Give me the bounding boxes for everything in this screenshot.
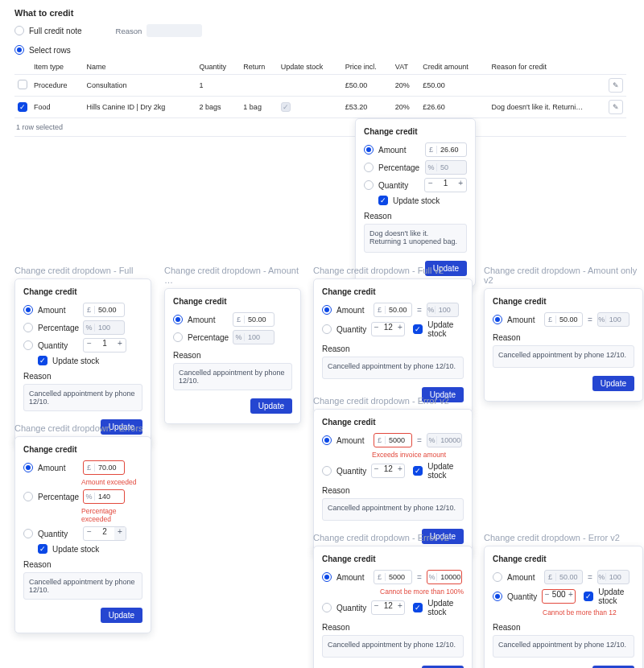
quantity-stepper[interactable]: −12+ [371,464,405,478]
update-stock-checkbox[interactable] [413,466,423,476]
minus-button[interactable]: − [84,527,95,540]
amount-input[interactable]: £50.00 [233,312,275,327]
amount-radio[interactable] [364,145,374,155]
quantity-value: 12 [381,323,395,336]
amount-radio[interactable] [173,315,183,324]
quantity-stepper[interactable]: −2+ [83,526,126,541]
amount-input[interactable]: £5000 [374,433,412,447]
update-stock-checkbox[interactable] [38,356,47,365]
reason-heading: Reason [322,344,464,353]
quantity-radio[interactable] [322,466,332,476]
percentage-input[interactable]: %100 [597,570,630,584]
percentage-radio[interactable] [173,332,183,342]
cell-updatestock [278,75,342,97]
popover-title: Change credit [364,127,467,136]
reason-heading: Reason [322,623,464,632]
full-credit-radio[interactable] [14,26,24,35]
percentage-input[interactable]: %100 [233,330,275,344]
percent-value: 100 [245,333,267,341]
reason-textarea[interactable]: Cancelled appointment by phone 12/10. [493,345,634,368]
percent-value: 100 [95,324,118,332]
percentage-input[interactable]: %140 [83,489,125,504]
amount-value: 50.00 [245,315,270,324]
amount-radio[interactable] [322,572,332,582]
amount-radio[interactable] [322,435,332,445]
amount-value: 50.00 [556,573,581,581]
update-stock-checkbox[interactable] [584,592,593,601]
row-checkbox[interactable] [18,102,27,112]
amount-input[interactable]: £50.00 [374,303,412,317]
plus-button[interactable]: + [114,339,126,352]
percentage-input[interactable]: %100 [83,320,125,335]
percentage-radio[interactable] [364,163,374,172]
select-rows-radio[interactable] [14,45,24,55]
amount-radio[interactable] [23,305,33,315]
amount-radio[interactable] [493,315,502,324]
reason-textarea[interactable]: Cancelled appointment by phone 12/10. [173,363,292,390]
quantity-stepper[interactable]: −12+ [371,600,405,615]
amount-input[interactable]: £50.00 [544,312,583,327]
minus-button[interactable]: − [84,339,95,352]
amount-input[interactable]: £5000 [374,570,412,584]
update-stock-checkbox[interactable] [413,324,423,334]
reason-textarea[interactable]: Cancelled appointment by phone 12/10. [322,635,464,658]
percentage-input[interactable]: % 50 [425,160,467,175]
plus-button[interactable]: + [455,179,466,192]
plus-button[interactable]: + [395,323,404,336]
minus-button[interactable]: − [372,464,381,477]
percentage-input[interactable]: %100 [597,312,630,327]
quantity-radio[interactable] [364,180,374,190]
update-button[interactable]: Update [101,608,142,623]
row-checkbox[interactable] [18,80,27,89]
panel-title: Change credit [322,555,464,563]
percentage-input[interactable]: %10000 [427,570,462,584]
quantity-stepper[interactable]: −500+ [542,589,576,604]
edit-row-button[interactable]: ✎ [609,100,623,114]
update-button[interactable]: Update [250,398,292,414]
quantity-radio[interactable] [322,324,332,334]
minus-button[interactable]: − [372,601,381,614]
minus-button[interactable]: − [372,323,381,336]
plus-button[interactable]: + [395,464,404,477]
reason-textarea[interactable]: Cancelled appointment by phone 12/10. [493,635,634,658]
edit-row-button[interactable]: ✎ [609,78,623,93]
amount-input[interactable]: £50.00 [544,570,583,584]
percentage-input[interactable]: %100 [427,303,459,317]
reason-textarea[interactable]: Cancelled appointment by phone 12/10. [23,384,142,411]
plus-button[interactable]: + [395,601,404,614]
reason-textarea[interactable]: Dog doesn't like it. Returning 1 unopene… [364,224,467,253]
update-stock-checkbox[interactable] [413,603,423,612]
full-credit-reason-input[interactable] [147,24,202,37]
currency-prefix: £ [374,306,386,314]
reason-textarea[interactable]: Cancelled appointment by phone 12/10. [322,498,464,521]
update-button[interactable]: Update [592,376,634,391]
quantity-radio[interactable] [23,340,33,350]
percentage-radio[interactable] [23,323,33,332]
percentage-input[interactable]: %10000 [427,433,462,447]
reason-textarea[interactable]: Cancelled appointment by phone 12/10. [322,357,464,379]
quantity-stepper[interactable]: − 1 + [424,178,467,192]
amount-input[interactable]: £50.00 [83,303,125,317]
quantity-stepper[interactable]: −12+ [371,322,405,336]
amount-radio[interactable] [493,572,502,582]
quantity-label: Quantity [38,530,78,538]
quantity-radio[interactable] [322,603,332,612]
reason-textarea[interactable]: Cancelled appointment by phone 12/10. [23,572,142,600]
plus-button[interactable]: + [114,527,126,540]
amount-input[interactable]: £70.00 [83,460,125,475]
quantity-stepper[interactable]: −1+ [83,338,126,353]
minus-button[interactable]: − [543,590,551,603]
quantity-radio[interactable] [493,592,502,601]
amount-radio[interactable] [322,305,332,315]
amount-input[interactable]: £ 26.60 [425,142,467,157]
col-credit: Credit amount [419,60,488,75]
quantity-radio[interactable] [23,529,33,538]
minus-button[interactable]: − [425,179,436,192]
cell-reason: Dog doesn't like it. Returni… [489,97,605,118]
update-stock-checkbox[interactable] [38,544,47,554]
plus-button[interactable]: + [566,590,575,603]
amount-radio[interactable] [23,463,33,472]
update-stock-label: Update stock [598,588,634,605]
percentage-radio[interactable] [23,492,33,501]
update-stock-checkbox[interactable] [378,196,388,205]
